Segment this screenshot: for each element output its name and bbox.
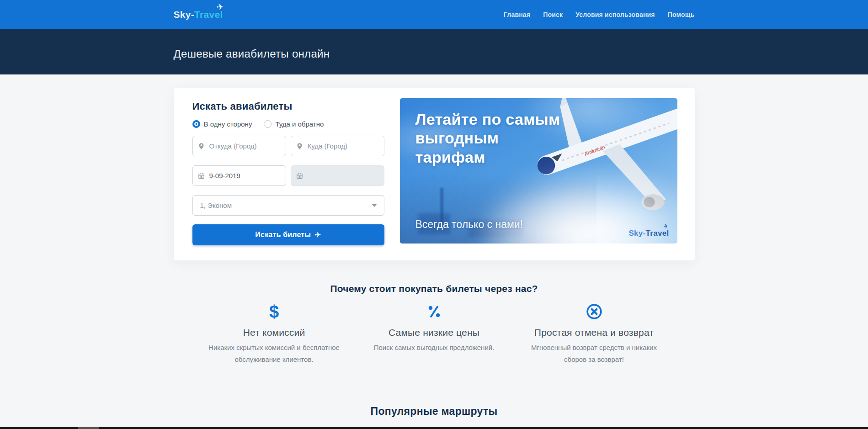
passengers-class-select[interactable]: 1, Эконом	[192, 195, 384, 216]
feature-title: Нет комиссий	[206, 327, 343, 338]
nav-item-terms[interactable]: Условия использования	[575, 11, 655, 18]
trip-option-round-trip[interactable]: Туда и обратно	[264, 120, 324, 128]
nav-item-home[interactable]: Главная	[504, 11, 530, 18]
trip-type-group: В одну сторону Туда и обратно	[192, 120, 384, 128]
feature-description: Никаких скрытых комиссий и бесплатное об…	[206, 342, 343, 366]
banner-brand-prefix: Sky-	[628, 229, 645, 238]
feature-description: Мгновенный возврат средств и никаких сбо…	[526, 342, 663, 366]
trip-option-one-way[interactable]: В одну сторону	[192, 120, 252, 128]
to-field	[291, 136, 384, 156]
nav-item-search[interactable]: Поиск	[543, 11, 563, 18]
banner-brand-logo: ✈ Sky-Travel	[628, 229, 669, 238]
depart-date-field	[192, 165, 286, 186]
horizontal-scrollbar[interactable]	[0, 427, 868, 429]
radio-checked-icon	[192, 120, 200, 128]
depart-date-input[interactable]	[193, 166, 286, 185]
chevron-down-icon	[372, 204, 377, 207]
to-city-input[interactable]	[291, 136, 384, 156]
page-title: Дешевые авиабилеты онлайн	[174, 48, 695, 60]
search-card: Искать авиабилеты В одну сторону Туда и …	[174, 88, 695, 260]
plane-icon: ✈	[314, 230, 321, 240]
banner-headline: Летайте по самым выгодным тарифам	[415, 110, 569, 167]
banner-subline: Всегда только с нами!	[415, 218, 523, 231]
feature-no-fees: $ Нет комиссий Никаких скрытых комиссий …	[194, 302, 354, 366]
feature-description: Поиск самых выгодных предложений.	[366, 342, 503, 354]
plane-icon: ✈	[216, 1, 224, 12]
trip-option-one-way-label: В одну сторону	[204, 120, 252, 128]
feature-title: Самые низкие цены	[366, 327, 503, 338]
features-section: Почему стоит покупать билеты через нас? …	[174, 283, 695, 366]
banner-brand-suffix: Travel	[646, 229, 669, 238]
cancel-circle-icon	[586, 303, 603, 320]
brand-logo[interactable]: ✈ Sky-Travel	[174, 9, 223, 20]
trip-option-round-trip-label: Туда и обратно	[275, 120, 324, 128]
feature-easy-cancel: Простая отмена и возврат Мгновенный возв…	[514, 302, 674, 366]
top-navbar: ✈ Sky-Travel Главная Поиск Условия испол…	[0, 0, 868, 29]
features-heading: Почему стоит покупать билеты через нас?	[174, 283, 695, 294]
from-field	[192, 136, 286, 156]
percent-icon	[426, 304, 442, 319]
nav-item-help[interactable]: Помощь	[668, 11, 695, 18]
search-tickets-button[interactable]: Искать билеты ✈	[192, 224, 384, 245]
dollar-icon: $	[269, 303, 279, 320]
return-date-input	[291, 166, 384, 185]
scrollbar-thumb[interactable]	[78, 427, 99, 429]
from-city-input[interactable]	[193, 136, 286, 156]
return-date-field	[291, 165, 384, 186]
search-heading: Искать авиабилеты	[192, 101, 384, 112]
popular-routes-heading: Популярные маршруты	[174, 405, 695, 418]
main-nav: Главная Поиск Условия использования Помо…	[504, 11, 695, 18]
passengers-class-value: 1, Эконом	[200, 201, 232, 209]
promo-banner: American Летайте по самым выгодным тариф…	[400, 98, 677, 244]
brand-name-prefix: Sky-	[174, 9, 195, 20]
feature-title: Простая отмена и возврат	[526, 327, 663, 338]
feature-low-prices: Самые низкие цены Поиск самых выгодных п…	[354, 302, 514, 366]
search-tickets-button-label: Искать билеты	[255, 231, 311, 239]
radio-unchecked-icon	[264, 120, 272, 128]
search-form: Искать авиабилеты В одну сторону Туда и …	[192, 101, 384, 260]
hero-band: Дешевые авиабилеты онлайн	[0, 29, 868, 74]
